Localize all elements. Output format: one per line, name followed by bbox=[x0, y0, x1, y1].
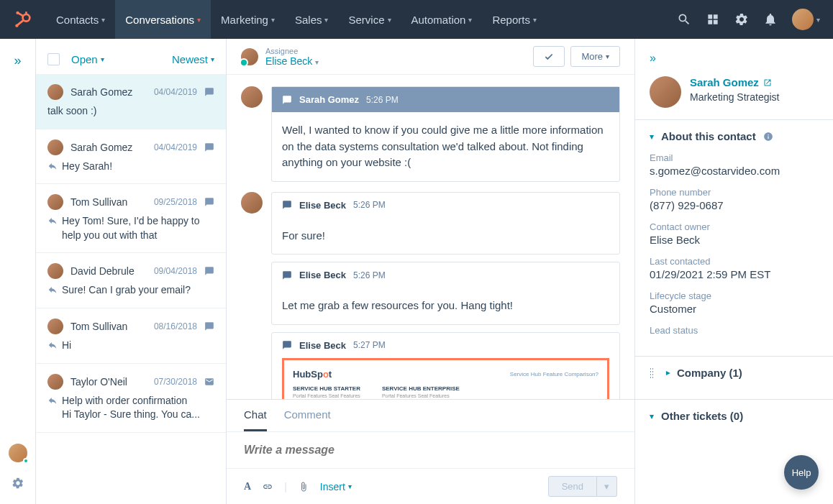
conversation-date: 08/16/2018 bbox=[154, 321, 197, 331]
message-input[interactable] bbox=[244, 444, 617, 457]
conversation-preview: Sure! Can I grab your email? bbox=[47, 283, 214, 298]
contact-name-link[interactable]: Sarah Gomez bbox=[690, 76, 780, 88]
message-group: Elise Beck5:26 PMFor sure! Elise Beck5:2… bbox=[241, 192, 620, 400]
conversation-item[interactable]: Taylor O'Neil 07/30/2018 Help with order… bbox=[36, 364, 226, 433]
text-format-button[interactable]: A bbox=[244, 481, 251, 492]
external-link-icon bbox=[763, 78, 772, 87]
chevron-down-icon: ▾ bbox=[388, 16, 391, 24]
chevron-down-icon: ▾ bbox=[271, 16, 275, 24]
svg-point-5 bbox=[16, 12, 19, 14]
conversation-name: Sarah Gomez bbox=[70, 86, 147, 98]
conversation-item[interactable]: Sarah Gomez 04/04/2019 Hey Sarah! bbox=[36, 129, 226, 185]
collapse-sidebar-button[interactable]: » bbox=[650, 52, 819, 65]
conversation-date: 09/04/2018 bbox=[154, 266, 197, 276]
message[interactable]: Elise Beck5:26 PMLet me grab a few resou… bbox=[271, 262, 620, 325]
link-button[interactable] bbox=[263, 482, 273, 492]
conversation-item[interactable]: David Debrule 09/04/2018 Sure! Can I gra… bbox=[36, 253, 226, 308]
help-button[interactable]: Help bbox=[784, 455, 819, 490]
mark-done-button[interactable] bbox=[533, 46, 565, 67]
composer-tabs: Chat Comment bbox=[227, 400, 634, 432]
avatar bbox=[47, 194, 63, 210]
contact-field: Email s.gomez@costarvideo.com bbox=[650, 152, 819, 177]
avatar bbox=[47, 84, 63, 100]
marketplace-icon[interactable] bbox=[706, 12, 720, 27]
nav-automation[interactable]: Automation▾ bbox=[401, 0, 483, 39]
composer: Chat Comment A | Insert▾ Send ▾ bbox=[227, 399, 634, 504]
field-label: Lead status bbox=[650, 325, 819, 336]
rail-avatar[interactable] bbox=[9, 444, 27, 462]
sender-avatar bbox=[241, 86, 263, 108]
field-value: Customer bbox=[650, 303, 819, 315]
avatar bbox=[47, 374, 63, 390]
conversation-date: 04/04/2019 bbox=[154, 87, 197, 97]
nav-sales[interactable]: Sales▾ bbox=[285, 0, 339, 39]
conversation-name: Taylor O'Neil bbox=[70, 376, 147, 388]
tab-chat[interactable]: Chat bbox=[244, 408, 267, 431]
field-label: Phone number bbox=[650, 187, 819, 198]
conversation-preview: Hi bbox=[47, 339, 214, 353]
nav-reports[interactable]: Reports▾ bbox=[482, 0, 547, 39]
nav-service[interactable]: Service▾ bbox=[338, 0, 401, 39]
chat-icon bbox=[282, 340, 292, 350]
conversation-item[interactable]: Tom Sullivan 09/25/2018 Hey Tom! Sure, I… bbox=[36, 184, 226, 253]
field-value: (877) 929-0687 bbox=[650, 199, 819, 211]
chat-icon bbox=[204, 87, 214, 97]
conversation-preview: Hey Tom! Sure, I'd be happy to help you … bbox=[47, 214, 214, 242]
chevron-down-icon: ▾ bbox=[197, 16, 201, 24]
sort-button[interactable]: Newest▾ bbox=[172, 53, 214, 65]
tickets-section: ▾ Other tickets (0) bbox=[635, 399, 833, 442]
message-header: Sarah Gomez5:26 PM bbox=[272, 87, 619, 112]
search-icon[interactable] bbox=[677, 12, 691, 27]
nav-marketing[interactable]: Marketing▾ bbox=[211, 0, 285, 39]
assignee-selector[interactable]: Assignee Elise Beck ▾ bbox=[241, 47, 533, 67]
attachment-preview[interactable]: HubSpot Service Hub Feature Comparison? … bbox=[282, 358, 609, 400]
nav-contacts[interactable]: Contacts▾ bbox=[46, 0, 115, 39]
message-header: Elise Beck5:27 PM bbox=[272, 333, 619, 358]
message-header: Elise Beck5:26 PM bbox=[272, 262, 619, 288]
conversation-preview: talk soon :) bbox=[47, 104, 214, 119]
tab-comment[interactable]: Comment bbox=[284, 408, 331, 431]
info-icon bbox=[763, 132, 773, 142]
message[interactable]: Elise Beck5:27 PM HubSpot Service Hub Fe… bbox=[271, 332, 620, 400]
bell-icon[interactable] bbox=[763, 12, 778, 27]
message[interactable]: Sarah Gomez5:26 PM Well, I wanted to kno… bbox=[271, 86, 620, 182]
chevron-down-icon: ▾ bbox=[101, 16, 105, 24]
send-dropdown[interactable]: ▾ bbox=[597, 476, 617, 497]
message-group: Sarah Gomez5:26 PM Well, I wanted to kno… bbox=[241, 86, 620, 182]
svg-point-2 bbox=[15, 24, 18, 27]
reply-icon bbox=[47, 395, 58, 406]
field-label: Last contacted bbox=[650, 256, 819, 267]
more-button[interactable]: More▾ bbox=[570, 46, 620, 67]
gear-icon[interactable] bbox=[734, 12, 749, 27]
message[interactable]: Elise Beck5:26 PMFor sure! bbox=[271, 192, 620, 255]
company-section-toggle[interactable]: ▾ Company (1) bbox=[650, 367, 819, 379]
thread-header: Assignee Elise Beck ▾ More▾ bbox=[227, 39, 634, 75]
select-all-checkbox[interactable] bbox=[47, 53, 60, 65]
about-section-toggle[interactable]: ▾ About this contact bbox=[650, 130, 819, 142]
insert-button[interactable]: Insert▾ bbox=[320, 481, 352, 492]
message-body: Well, I wanted to know if you could give… bbox=[272, 112, 619, 181]
attachment-button[interactable] bbox=[299, 482, 309, 492]
field-value: Elise Beck bbox=[650, 234, 819, 246]
gear-icon[interactable] bbox=[12, 477, 24, 490]
chat-icon bbox=[204, 142, 214, 152]
tickets-section-toggle[interactable]: ▾ Other tickets (0) bbox=[650, 410, 819, 422]
contact-field: Phone number (877) 929-0687 bbox=[650, 187, 819, 211]
conversation-item[interactable]: Sarah Gomez 04/04/2019 talk soon :) bbox=[36, 74, 226, 129]
hubspot-logo[interactable] bbox=[13, 10, 32, 29]
chat-icon bbox=[282, 200, 292, 210]
chevron-down-icon: ▾ bbox=[650, 411, 654, 421]
filter-status[interactable]: Open▾ bbox=[71, 53, 104, 65]
account-menu[interactable]: ▾ bbox=[792, 9, 820, 30]
svg-line-4 bbox=[19, 13, 23, 16]
chat-icon bbox=[204, 266, 214, 276]
send-button[interactable]: Send bbox=[548, 476, 597, 497]
drag-handle-icon[interactable] bbox=[650, 367, 654, 379]
user-avatar bbox=[792, 9, 814, 30]
reply-icon bbox=[47, 161, 58, 171]
conversation-item[interactable]: Tom Sullivan 08/16/2018 Hi bbox=[36, 308, 226, 364]
nav-conversations[interactable]: Conversations▾ bbox=[115, 0, 211, 39]
expand-rail-button[interactable]: » bbox=[14, 53, 21, 68]
svg-line-1 bbox=[18, 20, 24, 25]
company-section: ▾ Company (1) bbox=[635, 356, 833, 399]
